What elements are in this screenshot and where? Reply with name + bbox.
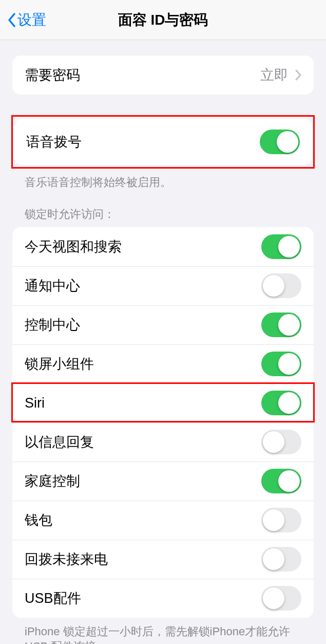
locked-access-toggle[interactable] — [261, 469, 301, 493]
back-label: 设置 — [17, 10, 46, 30]
locked-access-row: USB配件 — [12, 579, 314, 618]
require-passcode-value: 立即 — [260, 66, 288, 84]
locked-access-row: 钱包 — [12, 501, 314, 540]
back-button[interactable]: 设置 — [0, 10, 46, 30]
voice-dial-footer: 音乐语音控制将始终被启用。 — [25, 175, 301, 190]
require-passcode-group: 需要密码 立即 — [12, 56, 314, 95]
locked-access-toggle[interactable] — [261, 508, 301, 532]
locked-access-group: 今天视图和搜索通知中心控制中心锁屏小组件Siri以信息回复家庭控制钱包回拨未接来… — [12, 227, 314, 618]
voice-dial-highlight: 语音拨号 — [11, 115, 315, 169]
locked-access-row: 以信息回复 — [12, 422, 314, 462]
locked-access-toggle[interactable] — [261, 547, 301, 572]
locked-access-toggle[interactable] — [261, 312, 301, 337]
locked-access-toggle[interactable] — [261, 391, 301, 415]
locked-access-label: 锁屏小组件 — [25, 355, 94, 373]
locked-access-row: 通知中心 — [12, 266, 314, 305]
locked-access-row: 今天视图和搜索 — [12, 227, 314, 266]
locked-access-toggle[interactable] — [261, 352, 301, 376]
locked-access-label: 回拨未接来电 — [25, 550, 108, 568]
locked-access-label: 以信息回复 — [25, 433, 94, 451]
locked-access-header: 锁定时允许访问： — [25, 207, 301, 222]
locked-access-label: 控制中心 — [25, 316, 80, 334]
navigation-bar: 设置 面容 ID与密码 — [0, 0, 326, 40]
chevron-left-icon — [7, 12, 16, 28]
locked-access-row: 锁屏小组件 — [12, 344, 314, 383]
page-title: 面容 ID与密码 — [0, 10, 326, 30]
voice-dial-highlight-wrapper: 语音拨号 — [11, 115, 315, 169]
locked-access-toggle[interactable] — [261, 430, 301, 454]
require-passcode-label: 需要密码 — [25, 66, 80, 84]
locked-access-group-wrapper: 今天视图和搜索通知中心控制中心锁屏小组件Siri以信息回复家庭控制钱包回拨未接来… — [12, 227, 314, 618]
voice-dial-label: 语音拨号 — [26, 133, 82, 151]
locked-access-row: 控制中心 — [12, 305, 314, 344]
locked-access-row: 家庭控制 — [12, 462, 314, 501]
locked-access-label: 通知中心 — [25, 277, 80, 295]
locked-access-toggle[interactable] — [261, 234, 301, 259]
voice-dial-toggle[interactable] — [260, 130, 300, 154]
locked-access-label: USB配件 — [25, 589, 81, 608]
voice-dial-row: 语音拨号 — [14, 119, 312, 165]
require-passcode-row[interactable]: 需要密码 立即 — [12, 56, 314, 95]
locked-access-footer: iPhone 锁定超过一小时后，需先解锁iPhone才能允许USB 配件连接。 — [25, 624, 301, 644]
locked-access-row: Siri — [12, 383, 314, 422]
voice-dial-group: 语音拨号 — [14, 119, 312, 165]
locked-access-toggle[interactable] — [261, 273, 301, 298]
locked-access-label: Siri — [25, 395, 45, 411]
locked-access-label: 今天视图和搜索 — [25, 237, 122, 256]
chevron-right-icon — [295, 69, 301, 81]
locked-access-row: 回拨未接来电 — [12, 540, 314, 579]
content: 需要密码 立即 语音拨号 音乐语音控制将始终被启用。 锁定时允许访问： 今天视图… — [0, 56, 326, 644]
locked-access-label: 家庭控制 — [25, 472, 80, 490]
locked-access-label: 钱包 — [25, 511, 52, 529]
locked-access-toggle[interactable] — [261, 586, 301, 611]
